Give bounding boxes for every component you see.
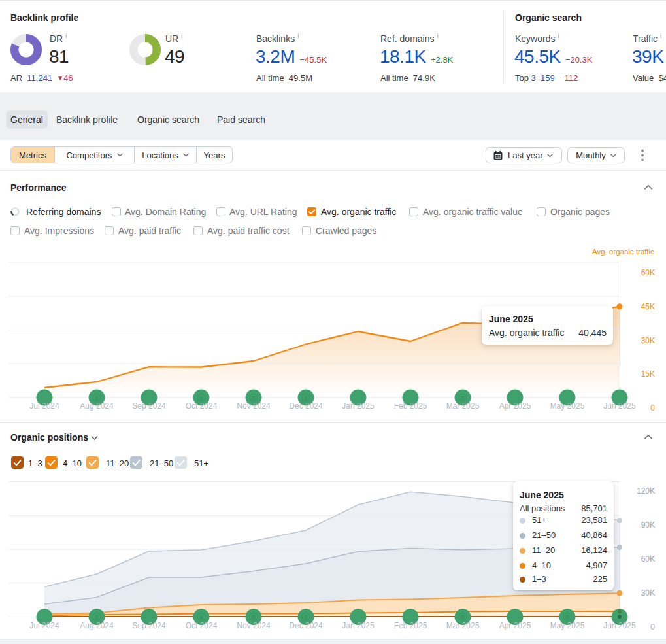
svg-text:Aug 2024: Aug 2024 bbox=[80, 401, 114, 411]
svg-text:2: 2 bbox=[95, 614, 98, 620]
svg-text:Apr 2025: Apr 2025 bbox=[499, 621, 531, 630]
svg-text:G: G bbox=[251, 395, 256, 401]
svg-text:0: 0 bbox=[650, 622, 655, 632]
svg-text:60K: 60K bbox=[641, 554, 655, 564]
svg-text:30K: 30K bbox=[641, 336, 655, 345]
svg-text:G: G bbox=[460, 395, 465, 401]
svg-text:Jun 2025: Jun 2025 bbox=[603, 401, 636, 411]
svg-text:2: 2 bbox=[304, 614, 307, 620]
svg-text:Sep 2024: Sep 2024 bbox=[132, 401, 166, 411]
svg-text:Dec 2024: Dec 2024 bbox=[289, 621, 323, 630]
svg-text:Oct 2024: Oct 2024 bbox=[186, 621, 218, 630]
svg-text:120K: 120K bbox=[637, 486, 655, 496]
svg-text:15K: 15K bbox=[641, 369, 655, 379]
svg-text:60K: 60K bbox=[641, 268, 655, 277]
svg-text:45K: 45K bbox=[641, 302, 655, 311]
svg-text:Mar 2025: Mar 2025 bbox=[446, 621, 480, 630]
svg-text:a: a bbox=[199, 395, 203, 401]
svg-text:Jan 2025: Jan 2025 bbox=[342, 401, 375, 411]
svg-text:Mar 2025: Mar 2025 bbox=[446, 401, 480, 411]
svg-text:30K: 30K bbox=[641, 588, 655, 598]
svg-text:Nov 2024: Nov 2024 bbox=[237, 401, 271, 411]
svg-text:Jul 2024: Jul 2024 bbox=[29, 401, 59, 411]
svg-text:May 2025: May 2025 bbox=[550, 401, 585, 411]
svg-text:G: G bbox=[565, 614, 569, 620]
svg-text:Nov 2024: Nov 2024 bbox=[237, 621, 271, 630]
svg-text:Jun 2025: Jun 2025 bbox=[603, 621, 636, 630]
svg-text:90K: 90K bbox=[641, 520, 655, 530]
svg-text:Apr 2025: Apr 2025 bbox=[499, 401, 531, 411]
svg-text:Oct 2024: Oct 2024 bbox=[186, 401, 218, 411]
svg-text:Feb 2025: Feb 2025 bbox=[394, 401, 427, 411]
svg-text:Jul 2024: Jul 2024 bbox=[29, 621, 59, 630]
svg-text:0: 0 bbox=[650, 403, 655, 413]
svg-text:2: 2 bbox=[304, 395, 307, 401]
svg-text:May 2025: May 2025 bbox=[550, 621, 585, 630]
svg-text:Sep 2024: Sep 2024 bbox=[132, 621, 166, 630]
svg-text:G: G bbox=[460, 614, 465, 620]
svg-text:Aug 2024: Aug 2024 bbox=[80, 621, 114, 630]
svg-text:2: 2 bbox=[95, 395, 98, 401]
svg-text:Feb 2025: Feb 2025 bbox=[394, 621, 427, 630]
svg-text:a: a bbox=[199, 614, 203, 620]
svg-text:G: G bbox=[251, 614, 256, 620]
svg-text:Jan 2025: Jan 2025 bbox=[342, 621, 375, 630]
svg-text:Dec 2024: Dec 2024 bbox=[289, 401, 323, 411]
